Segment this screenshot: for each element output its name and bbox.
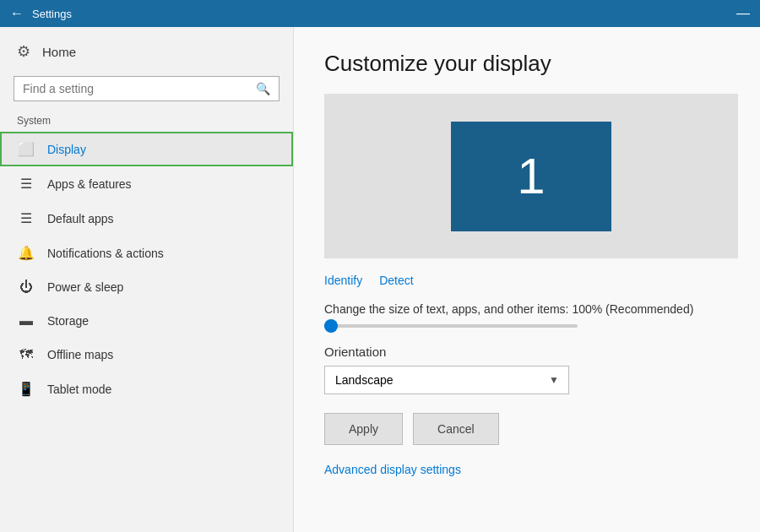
offline-maps-icon: 🗺 — [17, 347, 35, 362]
storage-icon: ▬ — [17, 313, 35, 328]
sidebar-item-notifications[interactable]: 🔔 Notifications & actions — [0, 236, 293, 270]
sidebar-item-display-label: Display — [47, 143, 86, 156]
sidebar-item-storage[interactable]: ▬ Storage — [0, 304, 293, 338]
main-layout: ⚙ Home 🔍 System ⬜ Display ☰ Apps & featu… — [0, 27, 760, 532]
display-icon: ⬜ — [17, 141, 35, 157]
advanced-display-settings-link[interactable]: Advanced display settings — [324, 463, 461, 476]
sidebar-item-storage-label: Storage — [47, 314, 89, 328]
orientation-select-wrapper: Landscape Portrait Landscape (flipped) P… — [324, 366, 569, 394]
display-preview: 1 — [324, 94, 738, 258]
monitor-number: 1 — [517, 147, 545, 205]
apply-button[interactable]: Apply — [324, 413, 403, 445]
titlebar: ← Settings — — [0, 0, 760, 27]
back-button[interactable]: ← — [10, 6, 24, 21]
slider-thumb[interactable] — [324, 319, 338, 333]
sidebar-item-default-apps[interactable]: ☰ Default apps — [0, 201, 293, 236]
minimize-button[interactable]: — — [736, 6, 750, 21]
sidebar-item-notifications-label: Notifications & actions — [47, 247, 164, 260]
display-links: Identify Detect — [324, 274, 730, 287]
home-label: Home — [42, 45, 76, 59]
sidebar-item-power[interactable]: ⏻ Power & sleep — [0, 270, 293, 304]
search-box: 🔍 — [14, 76, 280, 101]
sidebar-item-tablet-label: Tablet mode — [47, 383, 111, 396]
buttons-row: Apply Cancel — [324, 413, 730, 445]
apps-icon: ☰ — [17, 176, 35, 192]
identify-link[interactable]: Identify — [324, 274, 362, 287]
search-icon: 🔍 — [256, 82, 270, 95]
sidebar-item-power-label: Power & sleep — [47, 280, 123, 294]
sidebar-item-tablet[interactable]: 📱 Tablet mode — [0, 372, 293, 406]
content-area: Customize your display 1 Identify Detect… — [294, 27, 760, 532]
sidebar-item-apps-label: Apps & features — [47, 177, 132, 191]
orientation-select[interactable]: Landscape Portrait Landscape (flipped) P… — [324, 366, 569, 394]
sidebar: ⚙ Home 🔍 System ⬜ Display ☰ Apps & featu… — [0, 27, 294, 532]
cancel-button[interactable]: Cancel — [413, 413, 499, 445]
monitor-box: 1 — [451, 122, 611, 231]
section-label-system: System — [0, 111, 293, 132]
orientation-label: Orientation — [324, 345, 730, 359]
titlebar-title: Settings — [32, 8, 72, 20]
scale-label: Change the size of text, apps, and other… — [324, 302, 730, 316]
power-icon: ⏻ — [17, 280, 35, 295]
sidebar-item-default-apps-label: Default apps — [47, 212, 114, 225]
sidebar-item-apps[interactable]: ☰ Apps & features — [0, 166, 293, 201]
sidebar-item-offline-maps[interactable]: 🗺 Offline maps — [0, 338, 293, 372]
detect-link[interactable]: Detect — [379, 274, 413, 287]
notifications-icon: 🔔 — [17, 245, 35, 261]
page-title: Customize your display — [324, 51, 730, 77]
default-apps-icon: ☰ — [17, 210, 35, 226]
sidebar-item-home[interactable]: ⚙ Home — [0, 27, 293, 76]
search-input[interactable] — [23, 82, 256, 95]
home-icon: ⚙ — [17, 42, 30, 61]
sidebar-item-offline-maps-label: Offline maps — [47, 348, 113, 361]
tablet-icon: 📱 — [17, 381, 35, 397]
slider-track — [324, 324, 578, 328]
sidebar-item-display[interactable]: ⬜ Display — [0, 132, 293, 166]
scale-slider[interactable] — [324, 324, 578, 328]
